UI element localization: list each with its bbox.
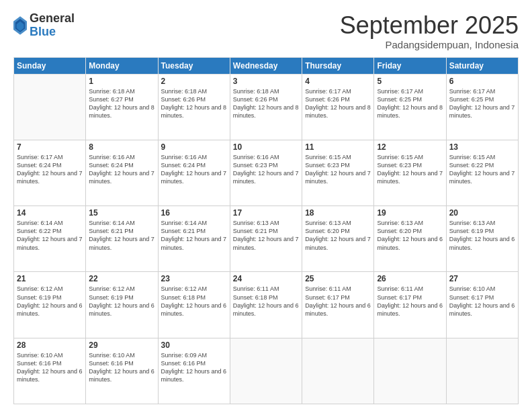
day-info: Sunrise: 6:10 AM Sunset: 6:16 PM Dayligh… — [17, 351, 83, 384]
header-thursday: Thursday — [302, 57, 374, 74]
table-row: 27Sunrise: 6:10 AM Sunset: 6:17 PM Dayli… — [446, 272, 518, 338]
logo-general-text: General — [30, 12, 75, 26]
table-row — [302, 338, 374, 404]
day-info: Sunrise: 6:09 AM Sunset: 6:16 PM Dayligh… — [161, 351, 227, 384]
table-row: 9Sunrise: 6:16 AM Sunset: 6:24 PM Daylig… — [158, 140, 230, 205]
day-number: 7 — [17, 142, 83, 152]
day-info: Sunrise: 6:15 AM Sunset: 6:22 PM Dayligh… — [449, 153, 515, 186]
table-row: 16Sunrise: 6:14 AM Sunset: 6:21 PM Dayli… — [158, 206, 230, 272]
calendar-table: Sunday Monday Tuesday Wednesday Thursday… — [13, 57, 519, 404]
table-row — [374, 338, 446, 404]
day-number: 9 — [161, 142, 227, 152]
logo-text: General Blue — [30, 12, 75, 39]
day-info: Sunrise: 6:17 AM Sunset: 6:24 PM Dayligh… — [17, 153, 83, 186]
month-title: September 2025 — [340, 12, 519, 39]
table-row: 8Sunrise: 6:16 AM Sunset: 6:24 PM Daylig… — [86, 140, 158, 205]
day-number: 1 — [89, 77, 154, 86]
table-row: 14Sunrise: 6:14 AM Sunset: 6:22 PM Dayli… — [14, 206, 86, 272]
day-number: 13 — [449, 142, 515, 152]
day-number: 23 — [161, 274, 227, 283]
day-number: 14 — [17, 208, 83, 218]
header-sunday: Sunday — [14, 57, 86, 74]
table-row: 20Sunrise: 6:13 AM Sunset: 6:19 PM Dayli… — [446, 206, 518, 272]
page: General Blue September 2025 Padangsidemp… — [0, 0, 532, 411]
table-row: 5Sunrise: 6:17 AM Sunset: 6:25 PM Daylig… — [374, 74, 446, 140]
day-info: Sunrise: 6:10 AM Sunset: 6:16 PM Dayligh… — [89, 351, 154, 384]
logo-blue-text: Blue — [30, 26, 75, 39]
day-number: 26 — [377, 274, 443, 283]
day-info: Sunrise: 6:14 AM Sunset: 6:21 PM Dayligh… — [89, 219, 154, 252]
day-info: Sunrise: 6:18 AM Sunset: 6:27 PM Dayligh… — [89, 87, 154, 120]
day-info: Sunrise: 6:11 AM Sunset: 6:17 PM Dayligh… — [377, 285, 443, 318]
day-number: 28 — [17, 340, 83, 350]
calendar-week-row: 14Sunrise: 6:14 AM Sunset: 6:22 PM Dayli… — [14, 206, 519, 272]
day-number: 5 — [377, 77, 443, 86]
day-info: Sunrise: 6:17 AM Sunset: 6:26 PM Dayligh… — [305, 87, 371, 120]
table-row — [230, 338, 302, 404]
day-info: Sunrise: 6:18 AM Sunset: 6:26 PM Dayligh… — [161, 87, 227, 120]
table-row: 18Sunrise: 6:13 AM Sunset: 6:20 PM Dayli… — [302, 206, 374, 272]
table-row: 30Sunrise: 6:09 AM Sunset: 6:16 PM Dayli… — [158, 338, 230, 404]
day-info: Sunrise: 6:18 AM Sunset: 6:26 PM Dayligh… — [233, 87, 299, 120]
day-number: 22 — [89, 274, 154, 283]
day-number: 15 — [89, 208, 154, 218]
table-row: 25Sunrise: 6:11 AM Sunset: 6:17 PM Dayli… — [302, 272, 374, 338]
location-subtitle: Padangsidempuan, Indonesia — [340, 39, 519, 50]
calendar-week-row: 7Sunrise: 6:17 AM Sunset: 6:24 PM Daylig… — [14, 140, 519, 205]
day-info: Sunrise: 6:17 AM Sunset: 6:25 PM Dayligh… — [449, 87, 515, 120]
day-number: 4 — [305, 77, 371, 86]
day-number: 30 — [161, 340, 227, 350]
table-row: 11Sunrise: 6:15 AM Sunset: 6:23 PM Dayli… — [302, 140, 374, 205]
table-row: 26Sunrise: 6:11 AM Sunset: 6:17 PM Dayli… — [374, 272, 446, 338]
day-info: Sunrise: 6:16 AM Sunset: 6:24 PM Dayligh… — [89, 153, 154, 186]
header-saturday: Saturday — [446, 57, 518, 74]
header: General Blue September 2025 Padangsidemp… — [13, 12, 519, 50]
day-number: 8 — [89, 142, 154, 152]
day-number: 2 — [161, 77, 227, 86]
table-row: 6Sunrise: 6:17 AM Sunset: 6:25 PM Daylig… — [446, 74, 518, 140]
table-row: 23Sunrise: 6:12 AM Sunset: 6:18 PM Dayli… — [158, 272, 230, 338]
weekday-header-row: Sunday Monday Tuesday Wednesday Thursday… — [14, 57, 519, 74]
header-monday: Monday — [86, 57, 158, 74]
day-info: Sunrise: 6:13 AM Sunset: 6:20 PM Dayligh… — [305, 219, 371, 252]
day-info: Sunrise: 6:10 AM Sunset: 6:17 PM Dayligh… — [449, 285, 515, 318]
day-info: Sunrise: 6:14 AM Sunset: 6:22 PM Dayligh… — [17, 219, 83, 252]
day-number: 3 — [233, 77, 299, 86]
day-number: 20 — [449, 208, 515, 218]
day-info: Sunrise: 6:12 AM Sunset: 6:19 PM Dayligh… — [17, 285, 83, 318]
table-row: 17Sunrise: 6:13 AM Sunset: 6:21 PM Dayli… — [230, 206, 302, 272]
calendar-week-row: 21Sunrise: 6:12 AM Sunset: 6:19 PM Dayli… — [14, 272, 519, 338]
day-number: 29 — [89, 340, 154, 350]
header-friday: Friday — [374, 57, 446, 74]
day-info: Sunrise: 6:13 AM Sunset: 6:21 PM Dayligh… — [233, 219, 299, 252]
day-info: Sunrise: 6:11 AM Sunset: 6:17 PM Dayligh… — [305, 285, 371, 318]
table-row: 28Sunrise: 6:10 AM Sunset: 6:16 PM Dayli… — [14, 338, 86, 404]
day-info: Sunrise: 6:16 AM Sunset: 6:24 PM Dayligh… — [161, 153, 227, 186]
day-number: 21 — [17, 274, 83, 283]
table-row: 10Sunrise: 6:16 AM Sunset: 6:23 PM Dayli… — [230, 140, 302, 205]
logo: General Blue — [13, 12, 75, 39]
calendar-week-row: 28Sunrise: 6:10 AM Sunset: 6:16 PM Dayli… — [14, 338, 519, 404]
table-row: 1Sunrise: 6:18 AM Sunset: 6:27 PM Daylig… — [86, 74, 158, 140]
day-number: 24 — [233, 274, 299, 283]
day-number: 11 — [305, 142, 371, 152]
day-number: 25 — [305, 274, 371, 283]
table-row: 21Sunrise: 6:12 AM Sunset: 6:19 PM Dayli… — [14, 272, 86, 338]
day-info: Sunrise: 6:17 AM Sunset: 6:25 PM Dayligh… — [377, 87, 443, 120]
day-number: 10 — [233, 142, 299, 152]
table-row: 15Sunrise: 6:14 AM Sunset: 6:21 PM Dayli… — [86, 206, 158, 272]
day-number: 27 — [449, 274, 515, 283]
day-info: Sunrise: 6:12 AM Sunset: 6:19 PM Dayligh… — [89, 285, 154, 318]
table-row: 19Sunrise: 6:13 AM Sunset: 6:20 PM Dayli… — [374, 206, 446, 272]
table-row: 22Sunrise: 6:12 AM Sunset: 6:19 PM Dayli… — [86, 272, 158, 338]
table-row: 7Sunrise: 6:17 AM Sunset: 6:24 PM Daylig… — [14, 140, 86, 205]
header-tuesday: Tuesday — [158, 57, 230, 74]
day-info: Sunrise: 6:13 AM Sunset: 6:19 PM Dayligh… — [449, 219, 515, 252]
day-info: Sunrise: 6:16 AM Sunset: 6:23 PM Dayligh… — [233, 153, 299, 186]
day-info: Sunrise: 6:15 AM Sunset: 6:23 PM Dayligh… — [377, 153, 443, 186]
table-row: 4Sunrise: 6:17 AM Sunset: 6:26 PM Daylig… — [302, 74, 374, 140]
day-info: Sunrise: 6:12 AM Sunset: 6:18 PM Dayligh… — [161, 285, 227, 318]
day-info: Sunrise: 6:11 AM Sunset: 6:18 PM Dayligh… — [233, 285, 299, 318]
day-info: Sunrise: 6:13 AM Sunset: 6:20 PM Dayligh… — [377, 219, 443, 252]
day-number: 12 — [377, 142, 443, 152]
